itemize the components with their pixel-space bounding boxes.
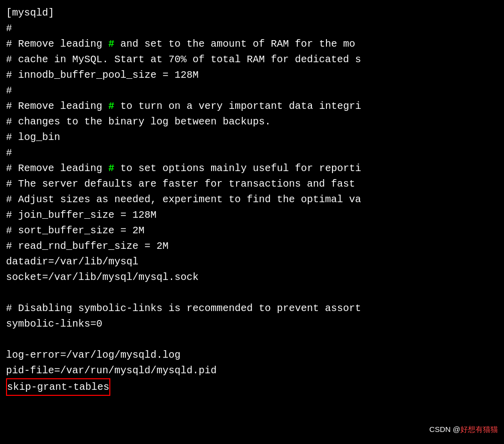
line-2: # [6,21,498,36]
line-12: # The server defaults are faster for tra… [6,176,498,192]
watermark-username: 好想有猫猫 [460,425,498,433]
line-6: # [6,83,498,98]
line-4: # cache in MySQL. Start at 70% of total … [6,52,498,67]
watermark: CSDN @好想有猫猫 [429,423,498,435]
watermark-prefix: CSDN @ [429,425,460,433]
line-8: # changes to the binary log between back… [6,114,498,129]
line-23: log-error=/var/log/mysqld.log [6,347,498,363]
line-21: symbolic-links=0 [6,316,498,332]
line-15: # sort_buffer_size = 2M [6,223,498,238]
highlighted-text: skip-grant-tables [6,378,110,396]
line-14: # join_buffer_size = 128M [6,207,498,223]
line-20: # Disabling symbolic-links is recommende… [6,301,498,316]
terminal: [mysqld] # # Remove leading # and set to… [0,0,504,444]
line-5: # innodb_buffer_pool_size = 128M [6,67,498,83]
line-7: # Remove leading # to turn on a very imp… [6,98,498,114]
line-3: # Remove leading # and set to the amount… [6,36,498,52]
line-13: # Adjust sizes as needed, experiment to … [6,192,498,207]
line-25: skip-grant-tables [6,378,498,396]
line-22 [6,332,498,347]
line-10: # [6,145,498,161]
line-16: # read_rnd_buffer_size = 2M [6,238,498,254]
line-17: datadir=/var/lib/mysql [6,254,498,269]
line-18: socket=/var/lib/mysql/mysql.sock [6,269,498,285]
line-19 [6,285,498,301]
line-1: [mysqld] [6,5,498,21]
line-9: # log_bin [6,129,498,145]
line-11: # Remove leading # to set options mainly… [6,161,498,176]
line-24: pid-file=/var/run/mysqld/mysqld.pid [6,363,498,378]
